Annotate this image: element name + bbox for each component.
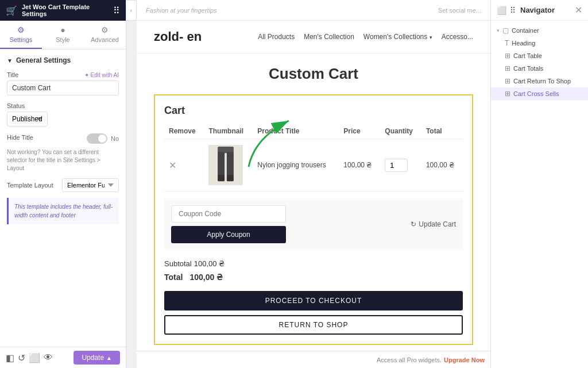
toggle-knob	[98, 135, 106, 143]
status-field-group: Status Published Draft	[7, 102, 119, 126]
layout-select-wrap: Elementor Full Width Default Canvas	[62, 178, 119, 192]
nav-item-cart-cross-sells[interactable]: ⊞ Cart Cross Sells	[491, 87, 588, 100]
quantity-input[interactable]	[385, 159, 408, 172]
tab-advanced[interactable]: ⚙ Advanced	[84, 21, 126, 49]
nav-womens[interactable]: Women's Collections ▾	[363, 33, 432, 41]
col-remove: Remove	[164, 124, 204, 139]
nav-all-products[interactable]: All Products	[258, 33, 295, 41]
return-shop-button[interactable]: RETURN TO SHOP	[164, 315, 463, 335]
logo-icon: 🛒	[6, 5, 17, 16]
tab-style[interactable]: ● Style	[42, 21, 84, 49]
advanced-tab-icon: ⚙	[101, 25, 109, 34]
subtotal-value: 100,00 ₴	[194, 259, 225, 268]
tab-settings[interactable]: ⚙ Settings	[0, 21, 42, 49]
page-title: Custom Cart	[137, 65, 490, 83]
checkout-button[interactable]: PROCEED TO CHECKOUT	[164, 291, 463, 310]
section-chevron: ▼	[7, 57, 13, 64]
subtotal-row: Subtotal 100,00 ₴	[164, 257, 463, 270]
left-panel: 🛒 Jet Woo Cart Template Settings ⠿ ⚙ Set…	[0, 0, 126, 368]
preview-icon[interactable]: 👁	[44, 352, 53, 363]
nav-label-cart-table: Cart Table	[513, 52, 542, 59]
nav-item-cart-table[interactable]: ⊞ Cart Table	[491, 49, 588, 62]
total-row: Total 100,00 ₴	[164, 270, 463, 284]
page-title-wrap: Custom Cart	[137, 53, 490, 89]
nav-label-cart-cross-sells: Cart Cross Sells	[513, 90, 559, 97]
collapse-panel-button[interactable]: ‹	[126, 0, 137, 21]
nav-icons: ⬜ ⠿	[497, 6, 516, 15]
col-thumbnail: Thumbnail	[204, 124, 253, 139]
panel-footer: ◧ ↺ ⬜ 👁 Update ▲	[0, 347, 126, 368]
upgrade-link[interactable]: Upgrade Now	[444, 356, 485, 363]
general-settings-label: General Settings	[16, 56, 71, 64]
nav-item-cart-totals[interactable]: ⊞ Cart Totals	[491, 62, 588, 75]
template-layout-label: Template Layout	[7, 182, 59, 189]
navigator-title: Navigator	[520, 6, 555, 14]
panel-content: ▼ General Settings Title ✦ Edit with AI …	[0, 49, 126, 347]
svg-rect-4	[218, 175, 225, 181]
layers-icon[interactable]: ◧	[6, 352, 14, 363]
subtotal-label: Subtotal	[164, 259, 192, 268]
title-input[interactable]	[7, 80, 119, 95]
navigator-close-button[interactable]: ✕	[575, 5, 582, 16]
nav-cart-return-icon: ⊞	[505, 77, 510, 85]
hide-title-toggle-wrap: No	[87, 133, 119, 144]
warning-text: Not working? You can set a different sel…	[7, 148, 119, 172]
col-quantity: Quantity	[380, 124, 421, 139]
title-label: Title ✦ Edit with AI	[7, 71, 119, 78]
grid-icon[interactable]: ⠿	[113, 5, 120, 16]
update-cart-button[interactable]: ↻ Update Cart	[411, 220, 456, 228]
navigator-header: ⬜ ⠿ Navigator ✕	[491, 0, 588, 21]
tagline: Fashion at your fingertips	[146, 7, 217, 14]
site-header: zold- en All Products Men's Collection W…	[137, 21, 490, 53]
hide-title-row: Hide Title No	[7, 133, 119, 144]
hide-title-toggle[interactable]	[87, 133, 107, 144]
access-text: Access all Pro widgets.	[377, 356, 442, 363]
nav-item-cart-return[interactable]: ⊞ Cart Return To Shop	[491, 75, 588, 87]
layout-select[interactable]: Elementor Full Width Default Canvas	[62, 178, 119, 192]
status-select[interactable]: Published Draft	[7, 112, 48, 126]
responsive-icon[interactable]: ⬜	[29, 352, 40, 363]
toggle-label: No	[111, 135, 119, 142]
set-social: Set social me...	[438, 7, 481, 14]
nav-square-icon[interactable]: ⬜	[497, 6, 506, 15]
cart-actions: PROCEED TO CHECKOUT RETURN TO SHOP	[164, 291, 463, 335]
nav-item-container[interactable]: ▾ ▢ Container	[491, 24, 588, 37]
cart-table: Remove Thumbnail Product Title Price Qua…	[164, 124, 463, 191]
nav-cart-table-icon: ⊞	[505, 52, 510, 60]
nav-header-left: ⬜ ⠿ Navigator	[497, 6, 555, 15]
right-panel: ⬜ ⠿ Navigator ✕ ▾ ▢ Container T Heading …	[490, 0, 588, 368]
settings-tab-icon: ⚙	[17, 25, 25, 34]
site-nav: All Products Men's Collection Women's Co…	[258, 33, 473, 41]
cart-box-title: Cart	[164, 105, 463, 117]
total-value: 100,00 ₴	[189, 273, 223, 282]
status-label: Status	[7, 102, 119, 109]
tab-style-label: Style	[56, 36, 69, 43]
nav-label-container: Container	[512, 27, 539, 34]
refresh-icon: ↻	[411, 220, 416, 228]
site-logo: zold- en	[154, 30, 202, 44]
col-price: Price	[339, 124, 380, 139]
coupon-input[interactable]	[171, 205, 286, 223]
nav-mens[interactable]: Men's Collection	[304, 33, 354, 41]
top-bar: Fashion at your fingertips Set social me…	[137, 0, 490, 21]
nav-cart-cross-sells-icon: ⊞	[505, 90, 510, 98]
navigator-tree: ▾ ▢ Container T Heading ⊞ Cart Table ⊞ C…	[491, 21, 588, 368]
main-area: Fashion at your fingertips Set social me…	[137, 0, 490, 368]
template-layout-row: Template Layout Elementor Full Width Def…	[7, 178, 119, 192]
remove-item-button[interactable]: ✕	[169, 160, 176, 170]
info-box: This template includes the header, full-…	[7, 198, 119, 224]
history-icon[interactable]: ↺	[18, 352, 25, 363]
update-button[interactable]: Update ▲	[74, 351, 120, 365]
nav-accessories[interactable]: Accesso...	[442, 33, 473, 41]
coupon-row: Apply Coupon ↻ Update Cart	[164, 198, 463, 250]
svg-rect-5	[227, 175, 234, 181]
nav-item-heading[interactable]: T Heading	[491, 37, 588, 49]
product-price: 100,00 ₴	[339, 139, 380, 191]
nav-move-icon[interactable]: ⠿	[510, 6, 516, 15]
apply-coupon-button[interactable]: Apply Coupon	[171, 226, 286, 243]
edit-ai-button[interactable]: ✦ Edit with AI	[84, 72, 119, 78]
cart-box: Cart Remove Thumbnail Product Title Pric…	[154, 94, 473, 345]
panel-tabs: ⚙ Settings ● Style ⚙ Advanced	[0, 21, 126, 49]
panel-header: 🛒 Jet Woo Cart Template Settings ⠿	[0, 0, 126, 21]
col-product-title: Product Title	[253, 124, 339, 139]
